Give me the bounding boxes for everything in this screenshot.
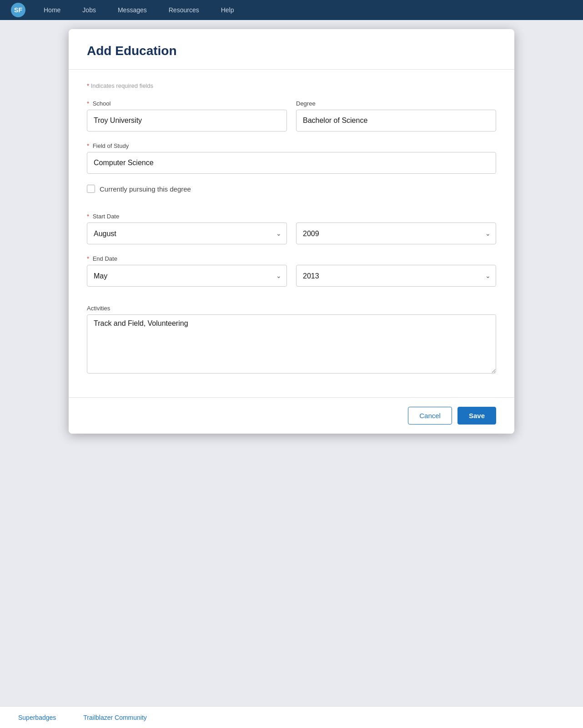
activities-label: Activities <box>87 305 496 312</box>
spacer2 <box>87 298 496 305</box>
currently-pursuing-row: Currently pursuing this degree <box>87 185 496 193</box>
nav-help[interactable]: Help <box>217 5 238 15</box>
bottom-bar: Superbadges Trailblazer Community <box>0 706 583 728</box>
modal-footer: Cancel Save <box>69 397 514 434</box>
field-of-study-row: * Field of Study <box>87 142 496 174</box>
end-year-select[interactable]: 2005 2006 2007 2008 2009 2010 2011 2012 … <box>296 265 496 287</box>
start-date-group: * Start Date January February March Apri… <box>87 213 287 244</box>
nav-jobs[interactable]: Jobs <box>79 5 100 15</box>
end-month-select[interactable]: January February March April May June Ju… <box>87 265 287 287</box>
activities-group: Activities Track and Field, Volunteering <box>87 305 496 374</box>
activities-row: Activities Track and Field, Volunteering <box>87 305 496 374</box>
superbadges-link[interactable]: Superbadges <box>18 714 56 721</box>
save-button[interactable]: Save <box>457 407 496 425</box>
start-required-asterisk: * <box>87 213 91 220</box>
modal-header: Add Education <box>69 29 514 70</box>
end-date-group: * End Date January February March April … <box>87 255 287 287</box>
start-date-row: * Start Date January February March Apri… <box>87 213 496 244</box>
start-year-label <box>296 213 496 220</box>
page-wrapper: Add Education * Indicates required field… <box>0 20 583 706</box>
field-of-study-label: * Field of Study <box>87 142 496 149</box>
start-month-select[interactable]: January February March April May June Ju… <box>87 222 287 244</box>
trailblazer-community-link[interactable]: Trailblazer Community <box>83 714 147 721</box>
cancel-button[interactable]: Cancel <box>408 407 452 425</box>
start-date-label: * Start Date <box>87 213 287 220</box>
required-fields-note: * Indicates required fields <box>87 82 496 89</box>
school-group: * School <box>87 100 287 131</box>
end-year-label <box>296 255 496 262</box>
app-logo: SF <box>11 3 25 17</box>
nav-resources[interactable]: Resources <box>165 5 203 15</box>
required-note-text: Indicates required fields <box>91 82 153 89</box>
start-year-group: 2005 2006 2007 2008 2009 2010 2011 2012 … <box>296 213 496 244</box>
degree-group: Degree <box>296 100 496 131</box>
currently-pursuing-checkbox[interactable] <box>87 185 95 193</box>
start-year-select[interactable]: 2005 2006 2007 2008 2009 2010 2011 2012 … <box>296 222 496 244</box>
nav-messages[interactable]: Messages <box>114 5 151 15</box>
school-input[interactable] <box>87 110 287 131</box>
degree-label: Degree <box>296 100 496 107</box>
modal-title: Add Education <box>87 44 496 58</box>
school-degree-row: * School Degree <box>87 100 496 131</box>
end-date-label: * End Date <box>87 255 287 262</box>
school-label: * School <box>87 100 287 107</box>
field-of-study-input[interactable] <box>87 152 496 174</box>
modal-dialog: Add Education * Indicates required field… <box>69 29 514 434</box>
top-navigation: SF Home Jobs Messages Resources Help <box>0 0 583 20</box>
end-year-group: 2005 2006 2007 2008 2009 2010 2011 2012 … <box>296 255 496 287</box>
required-asterisk: * <box>87 82 89 89</box>
end-year-wrapper: 2005 2006 2007 2008 2009 2010 2011 2012 … <box>296 265 496 287</box>
start-month-wrapper: January February March April May June Ju… <box>87 222 287 244</box>
school-required-asterisk: * <box>87 100 91 107</box>
currently-pursuing-label[interactable]: Currently pursuing this degree <box>100 185 191 193</box>
start-year-wrapper: 2005 2006 2007 2008 2009 2010 2011 2012 … <box>296 222 496 244</box>
end-date-row: * End Date January February March April … <box>87 255 496 287</box>
modal-body: * Indicates required fields * School Deg… <box>69 70 514 397</box>
nav-home[interactable]: Home <box>40 5 64 15</box>
spacer <box>87 206 496 213</box>
end-required-asterisk: * <box>87 255 91 262</box>
field-of-study-group: * Field of Study <box>87 142 496 174</box>
activities-textarea[interactable]: Track and Field, Volunteering <box>87 314 496 374</box>
fos-required-asterisk: * <box>87 142 91 149</box>
end-month-wrapper: January February March April May June Ju… <box>87 265 287 287</box>
degree-input[interactable] <box>296 110 496 131</box>
